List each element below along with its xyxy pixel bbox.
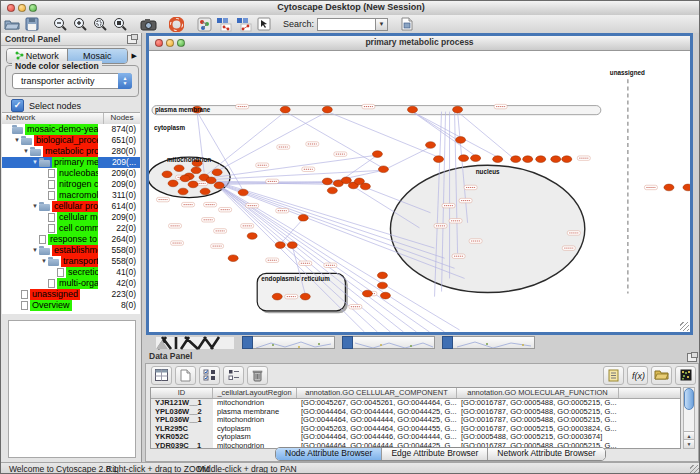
network-node[interactable] [200,188,210,195]
tree-row[interactable]: response to stimulu264(0) [2,234,140,245]
tree-row[interactable]: cellular metabol209(0) [2,212,140,223]
network-node[interactable] [562,156,572,163]
table-row[interactable]: YPL036W__1mitochondrion[GO:0044464, GO:0… [151,416,680,425]
network-node[interactable] [372,151,382,158]
network-node[interactable] [380,292,390,299]
new-attribute-icon[interactable] [175,366,196,385]
network-node[interactable] [272,293,282,300]
search-input[interactable] [317,18,375,31]
zoom-selected-icon[interactable] [111,16,129,32]
network-node[interactable] [378,166,388,173]
network-node[interactable] [322,106,332,113]
network-canvas[interactable]: plasma membranecytoplasmmitochondrionnuc… [149,51,690,332]
search-dropdown-arrow[interactable]: ▼ [375,18,388,31]
tree-row[interactable]: secretion41(0) [2,267,140,278]
network-node[interactable] [377,272,387,279]
tree-row[interactable]: cell communicat22(0) [2,223,140,234]
table-row[interactable]: YPL036W__2plasma membrane[GO:0044464, GO… [151,408,680,417]
network-node[interactable] [551,156,561,163]
background-window-sliver[interactable] [442,336,535,349]
network-node[interactable] [191,167,201,174]
tree-row[interactable]: ▼metabolic process280(0) [2,146,140,157]
delete-attribute-icon[interactable] [247,366,268,385]
table-scrollbar[interactable]: ▲ ▼ [683,387,695,449]
network-node[interactable] [280,106,290,113]
tree-row[interactable]: ▼cellular process614(0) [2,201,140,212]
network-node[interactable] [322,178,332,185]
network-node[interactable] [238,189,248,196]
network-node[interactable] [471,155,481,162]
tree-row[interactable]: unassigned223(0) [2,289,140,300]
table-column-header[interactable]: _cellularLayoutRegion [213,388,297,398]
network-node[interactable] [168,180,178,187]
table-column-header[interactable]: annotation.GO CELLULAR_COMPONENT [297,388,457,398]
table-column-header[interactable]: ID [151,388,213,398]
tab-overflow-arrow-icon[interactable]: ▶ [128,52,137,60]
disclosure-triangle-icon[interactable]: ▼ [13,135,21,146]
table-row[interactable]: YKR052Ccytoplasm[GO:0044464, GO:0044446,… [151,433,680,442]
network-node[interactable] [456,137,466,144]
network-node[interactable] [247,233,257,240]
network-node[interactable] [228,255,238,262]
network-node[interactable] [212,169,222,176]
network-node[interactable] [174,165,184,172]
network-node[interactable] [362,290,372,297]
tree-row[interactable]: multi-organism pro42(0) [2,278,140,289]
network-node[interactable] [377,282,387,289]
import-icon[interactable] [651,366,672,385]
network-node[interactable] [493,156,503,163]
zoom-out-icon[interactable] [51,16,69,32]
float-panel-icon[interactable] [687,353,697,362]
network-node[interactable] [300,293,310,300]
window-resize-grip[interactable] [680,322,689,331]
network-node[interactable] [407,106,417,113]
tree-row[interactable]: ▼transport558(0) [2,256,140,267]
background-window-sliver[interactable] [342,336,435,349]
network-node[interactable] [523,156,533,163]
disclosure-triangle-icon[interactable]: ▼ [40,256,48,267]
network-node[interactable] [341,177,351,184]
attribute-checklist-icon[interactable] [199,366,220,385]
tree-row[interactable]: Overview8(0) [2,300,140,311]
background-window-fragment[interactable] [156,335,234,350]
float-panel-icon[interactable] [127,35,137,44]
tree-row[interactable]: ▼primary metabo209(... [2,157,140,168]
matrix-icon[interactable] [675,366,696,385]
network-node[interactable] [511,156,521,163]
node-color-dropdown[interactable]: transporter activity ▲▼ [12,73,132,89]
select-nodes-checkbox[interactable]: ✓ [11,99,24,112]
table-row[interactable]: YLR295Ccytoplasm[GO:0045263, GO:0044464,… [151,425,680,434]
disclosure-triangle-icon[interactable]: ▼ [31,245,39,256]
open-icon[interactable] [3,16,21,32]
table-row[interactable]: YJR121W__1mitochondrion[GO:0045267, GO:0… [151,399,680,408]
network-node[interactable] [434,156,444,163]
function-icon[interactable]: f(x) [627,366,648,385]
annotation-icon[interactable] [255,16,273,32]
attribute-select-icon[interactable] [151,366,172,385]
network-node[interactable] [206,177,216,184]
help-icon[interactable] [167,16,185,32]
network-node[interactable] [178,188,188,195]
tree-row[interactable]: ▼biological_process651(0) [2,135,140,146]
layout-network-icon-a[interactable] [215,16,233,32]
network-node[interactable] [360,183,370,190]
disclosure-triangle-icon[interactable]: ▼ [31,201,39,212]
zoom-in-icon[interactable] [71,16,89,32]
network-node[interactable] [275,242,285,249]
network-node[interactable] [664,184,674,191]
network-node[interactable] [683,184,690,191]
disclosure-triangle-icon[interactable]: ▼ [22,146,30,157]
scrollbar-thumb[interactable] [684,388,694,410]
tab-node-attribute-browser[interactable]: Node Attribute Browser [276,448,382,460]
network-node[interactable] [180,175,190,182]
tree-row[interactable]: nitrogen compo209(0) [2,179,140,190]
network-node[interactable] [459,155,469,162]
network-node[interactable] [214,182,224,189]
tree-row[interactable]: macromolecule311(0) [2,190,140,201]
save-icon[interactable] [23,16,41,32]
network-node[interactable] [162,171,172,178]
disclosure-triangle-icon[interactable]: ▼ [31,157,39,168]
birds-eye-view[interactable] [8,320,136,458]
background-window-sliver[interactable] [242,336,335,349]
save-network-icon[interactable] [398,16,416,32]
